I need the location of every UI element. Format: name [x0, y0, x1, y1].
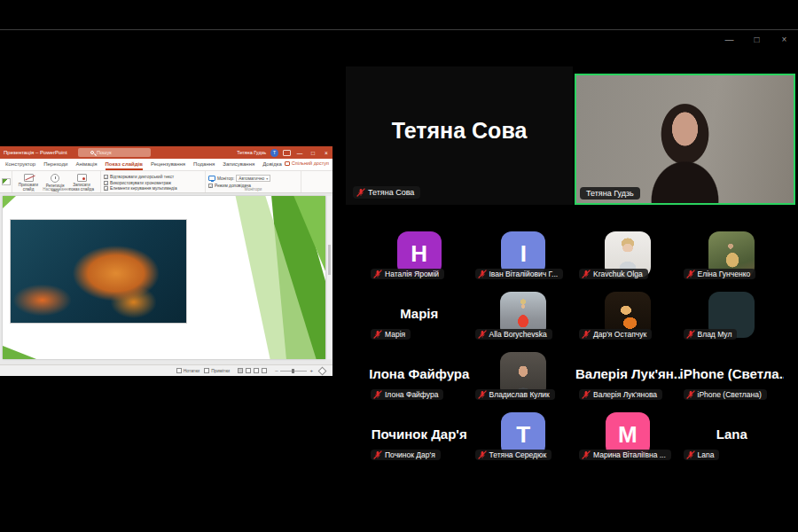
participant-name: Владислав Кулик	[489, 390, 550, 399]
monitor-label: Монітор:	[217, 176, 234, 181]
mic-muted-icon	[686, 390, 695, 399]
participant-tile[interactable]: Валерія Лук'ян... Валерія Лук'янова	[575, 348, 680, 408]
participant-label: Тетяна Сова	[353, 186, 420, 199]
participant-label: Починок Дар'я	[371, 450, 441, 460]
maximize-button[interactable]: □	[743, 33, 771, 47]
monitor-icon	[208, 176, 215, 181]
share-icon	[285, 161, 290, 166]
ppt-close-button[interactable]: ×	[322, 150, 331, 156]
titlebar-right: Тетяна Гудзь Т — □ ×	[237, 146, 331, 159]
participant-name: Тетяна Гудзь	[586, 189, 634, 198]
media-controls-checkbox[interactable]: ✓ Елементи керування мультимедіа	[104, 186, 177, 191]
ribbon-tabs: Конструктор Переходи Анімація Показ слай…	[0, 159, 332, 171]
participant-name: Alla Borychevska	[489, 330, 547, 339]
participant-tile[interactable]: Марія Марія	[367, 287, 472, 348]
participant-tile[interactable]: Н Наталія Яромій	[367, 227, 472, 287]
main-name-tile[interactable]: Тетяна Сова Тетяна Сова	[346, 66, 573, 205]
participant-tile[interactable]: Kravchuk Olga	[575, 227, 680, 287]
mic-muted-icon	[582, 330, 591, 339]
scrollbar-thumb[interactable]	[328, 245, 331, 275]
tab-review[interactable]: Рецензування	[151, 159, 185, 170]
ribbon-display-options-icon[interactable]	[283, 150, 291, 156]
participant-tile[interactable]: Владислав Кулик	[472, 348, 576, 408]
ribbon-cutoff-button[interactable]	[0, 171, 12, 192]
ppt-minimize-button[interactable]: —	[295, 150, 304, 156]
participant-name: Lana	[698, 450, 715, 459]
comments-button[interactable]: Примітки	[204, 368, 230, 373]
close-button[interactable]: ×	[771, 33, 798, 47]
participant-name: Ілона Файфура	[385, 390, 438, 399]
window-controls: — □ ×	[716, 33, 798, 47]
ppt-restore-button[interactable]: □	[309, 150, 317, 156]
tab-animations[interactable]: Анімація	[75, 159, 97, 170]
participant-tile[interactable]: Alla Borychevska	[472, 287, 576, 348]
zoom-in-button[interactable]: +	[309, 368, 313, 373]
tab-help[interactable]: Довідка	[262, 159, 282, 170]
tile-display-name: Ілона Файфура	[367, 365, 472, 380]
participant-label: Тетяна Середюк	[475, 450, 552, 460]
tile-display-name: iPhone (Светла...	[680, 365, 785, 380]
slide-editing-area	[0, 193, 332, 364]
participant-tile[interactable]: Влад Мул	[680, 287, 785, 348]
tab-view[interactable]: Подання	[193, 159, 215, 170]
tab-design[interactable]: Конструктор	[5, 159, 35, 170]
participant-label: Тетяна Гудзь	[580, 187, 640, 200]
tab-slideshow[interactable]: Показ слайдів	[106, 159, 143, 170]
mic-muted-icon	[686, 450, 695, 459]
search-box[interactable]: Пошук	[78, 148, 151, 157]
slide-scrollbar[interactable]	[327, 196, 332, 359]
checkbox-icon: ✓	[104, 186, 108, 191]
participant-name: Марина Віталіївна ...	[593, 450, 666, 459]
mic-muted-icon	[582, 270, 591, 278]
zoom-out-button[interactable]: –	[275, 368, 278, 373]
participant-tile[interactable]: Дар'я Остапчук	[575, 287, 680, 348]
participant-label: Alla Borychevska	[475, 329, 552, 340]
media-controls-label: Елементи керування мультимедіа	[110, 186, 177, 191]
participant-tile[interactable]: Починок Дар'я Починок Дар'я	[367, 408, 472, 468]
participant-tile[interactable]: iPhone (Светла... iPhone (Светлана)	[680, 348, 785, 408]
tab-transitions[interactable]: Переходи	[43, 159, 67, 170]
mic-muted-icon	[373, 390, 382, 399]
monitor-select[interactable]: Автоматично ▾	[236, 175, 270, 182]
participant-name: Тетяна Середюк	[489, 450, 547, 459]
mic-muted-icon	[478, 450, 487, 459]
zoom-slider-thumb[interactable]	[292, 369, 294, 373]
participant-tile[interactable]: М Марина Віталіївна ...	[575, 408, 680, 468]
avatar-initial: І	[520, 240, 527, 268]
participant-name: Валерія Лук'янова	[593, 390, 657, 399]
checkbox-icon: ✓	[104, 175, 108, 179]
share-button[interactable]: Спільний доступ	[285, 160, 329, 166]
avatar-initial: Н	[411, 240, 427, 268]
participant-tile[interactable]: Еліна Гунченко	[680, 227, 785, 287]
participant-name: Kravchuk Olga	[593, 270, 643, 278]
account-name[interactable]: Тетяна Гудзь	[237, 150, 266, 155]
use-timings-checkbox[interactable]: ✓ Використовувати хронометраж	[104, 181, 177, 185]
zoom-control: – +	[275, 368, 313, 373]
active-speaker-tile[interactable]: Тетяна Гудзь	[575, 74, 795, 205]
mic-muted-icon	[582, 390, 591, 399]
participant-tile[interactable]: Lana Lana	[680, 408, 785, 468]
participant-tile[interactable]: Т Тетяна Середюк	[472, 408, 576, 468]
minimize-button[interactable]: —	[716, 33, 743, 47]
notes-button[interactable]: Нотатки	[176, 368, 200, 373]
participant-label: Наталія Яромій	[371, 269, 444, 279]
participant-tile[interactable]: І Іван Віталійович Г...	[472, 227, 576, 287]
slideshow-view-button[interactable]	[262, 368, 267, 373]
participant-grid: Н Наталія Яромій І Іван Віталійович Г...…	[367, 227, 784, 468]
play-narrations-checkbox[interactable]: ✓ Відтворювати дикторський текст	[104, 175, 177, 179]
zoom-slider[interactable]	[280, 371, 307, 372]
account-avatar[interactable]: Т	[270, 149, 278, 157]
slide-sorter-view-button[interactable]	[246, 368, 251, 373]
normal-view-button[interactable]	[238, 368, 243, 373]
slide-canvas[interactable]	[3, 196, 325, 359]
fit-to-window-button[interactable]	[318, 366, 327, 375]
participant-label: Валерія Лук'янова	[579, 389, 662, 400]
ribbon-group-setup: Приховати слайд Репетиція часу Записати …	[12, 171, 101, 192]
participant-name: Влад Мул	[698, 330, 732, 339]
group-label-setup: Настроювання	[12, 187, 100, 192]
reading-view-button[interactable]	[254, 368, 259, 373]
chevron-down-icon: ▾	[266, 176, 268, 181]
tab-recording[interactable]: Записування	[223, 159, 254, 170]
participant-tile[interactable]: Ілона Файфура Ілона Файфура	[367, 348, 472, 408]
cat-photo[interactable]	[10, 219, 187, 324]
